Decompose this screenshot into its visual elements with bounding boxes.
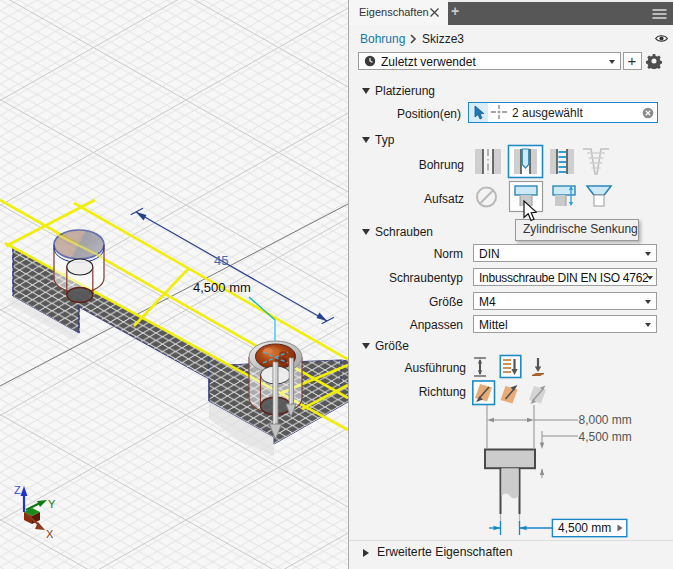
svg-text:4,500 mm: 4,500 mm bbox=[193, 280, 251, 295]
svg-text:8,000 mm: 8,000 mm bbox=[579, 413, 632, 427]
svg-text:Z: Z bbox=[14, 484, 21, 496]
svg-text:Y: Y bbox=[48, 498, 56, 510]
svg-text:X: X bbox=[46, 528, 54, 540]
svg-text:4,500 mm: 4,500 mm bbox=[558, 521, 611, 535]
svg-text:45: 45 bbox=[214, 253, 228, 268]
svg-text:4,500 mm: 4,500 mm bbox=[579, 430, 632, 444]
